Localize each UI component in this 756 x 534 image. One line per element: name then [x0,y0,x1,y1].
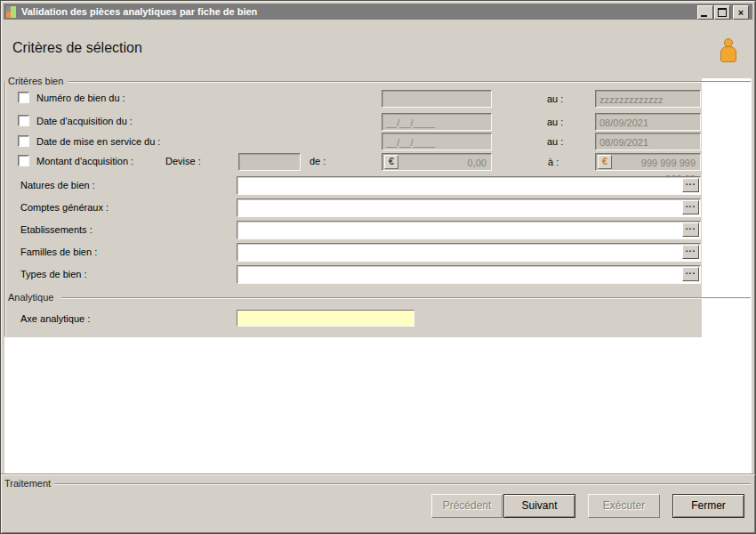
input-devise[interactable] [238,153,301,171]
close-button[interactable]: × [733,5,749,20]
input-comptes-generaux[interactable] [237,198,701,217]
label-numero-au: au : [547,93,563,104]
group-analytique-legend: Analytique [8,292,53,303]
input-types-de-bien[interactable] [237,265,701,284]
label-natures-de-bien: Natures de bien : [20,180,95,190]
label-axe-analytique: Axe analytique : [20,313,90,324]
footer-separator [1,473,755,474]
input-date-service-du[interactable]: __/__/____ [382,133,492,150]
label-montant-a: à : [548,157,559,167]
page-title: Critères de sélection [12,40,142,56]
label-date-mise-en-service: Date de mise en service du : [36,136,160,147]
group-criteres-bien-legend: Critères bien [8,76,63,86]
checkbox-date-mise-en-service[interactable] [18,135,29,147]
combo-axe-analytique[interactable] [237,310,414,327]
titlebar[interactable]: Validation des pièces analytiques par fi… [4,4,752,20]
fermer-button[interactable]: Fermer [672,494,744,518]
checkbox-montant-acquisition[interactable] [18,155,29,166]
label-comptes-generaux: Comptes généraux : [20,202,109,213]
label-montant-acquisition: Montant d'acquisition : [36,156,133,166]
input-date-acquisition-du[interactable]: __/__/____ [382,113,492,131]
input-familles-de-bien[interactable] [237,243,701,262]
input-date-acquisition-au[interactable]: 08/09/2021 [595,113,701,131]
label-service-au: au : [547,136,563,147]
minimize-button[interactable] [697,5,713,20]
label-numero-de-bien: Numéro de bien du : [36,93,125,103]
input-natures-de-bien[interactable] [237,176,701,195]
maximize-button[interactable] [714,5,730,20]
label-montant-de: de : [310,156,326,166]
input-date-service-au[interactable]: 08/09/2021 [595,133,701,150]
group-traitement-legend: Traitement [4,478,51,489]
browse-button-natures[interactable]: ... [682,178,699,192]
browse-button-comptes[interactable]: ... [682,200,699,214]
executer-button[interactable]: Exécuter [588,494,660,518]
person-icon[interactable] [720,38,737,63]
value-montant-de: 0,00 [468,158,487,168]
browse-button-familles[interactable]: ... [682,245,699,259]
window-title: Validation des pièces analytiques par fi… [21,6,257,17]
input-etablissements[interactable] [237,221,701,239]
input-numero-de-bien-au[interactable]: zzzzzzzzzzzzz [595,90,701,108]
label-etablissements: Etablissements : [20,224,92,235]
euro-icon-de[interactable]: € [384,155,398,169]
dialog-window: Validation des pièces analytiques par fi… [0,0,756,534]
group-analytique-line [61,297,751,298]
group-criteres-bien-line [68,81,751,82]
label-date-acquisition: Date d'acquisition du : [36,116,133,126]
label-devise: Devise : [165,156,201,166]
group-criteres-bien-left-border [4,81,5,336]
suivant-button[interactable]: Suivant [503,494,575,518]
group-traitement-line [54,483,751,484]
input-numero-de-bien-du[interactable] [382,90,492,108]
maximize-icon [718,8,727,17]
close-icon: × [738,8,744,18]
input-montant-de[interactable]: € 0,00 [382,153,492,171]
precedent-button[interactable]: Précédent [431,494,503,518]
app-icon [6,6,16,18]
euro-icon-a[interactable]: € [598,155,612,169]
browse-button-types[interactable]: ... [682,267,699,281]
label-familles-de-bien: Familles de bien : [20,247,97,257]
label-acquisition-au: au : [547,117,563,127]
input-montant-a[interactable]: € 999 999 999 999,00 [595,153,701,171]
minimize-icon [701,15,707,17]
label-types-de-bien: Types de bien : [20,269,87,279]
checkbox-numero-de-bien[interactable] [18,92,29,103]
browse-button-etablissements[interactable]: ... [682,222,699,237]
checkbox-date-acquisition[interactable] [18,115,29,126]
